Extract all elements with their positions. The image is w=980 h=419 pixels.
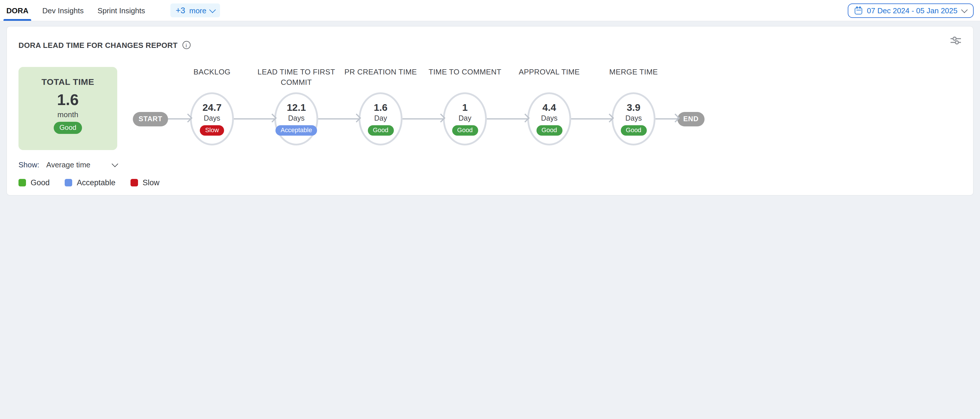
flow-connector-arrow (487, 118, 527, 119)
stage-status-badge: Good (368, 125, 393, 136)
stage-name: PR CREATION TIME (337, 67, 424, 88)
tab-sprint-insights[interactable]: Sprint Insights (98, 0, 145, 21)
stage-value: 4.4 (542, 102, 556, 114)
stage-unit: Days (541, 114, 558, 122)
show-dropdown[interactable]: Show: Average time (19, 160, 117, 169)
chevron-down-icon (961, 6, 968, 13)
tab-dev-insights[interactable]: Dev Insights (43, 0, 84, 21)
total-time-heading: TOTAL TIME (19, 77, 117, 87)
stage-unit: Days (204, 114, 220, 122)
flow-connector-arrow (655, 118, 678, 119)
chart-settings-button[interactable] (950, 35, 962, 48)
more-tabs-label: more (189, 6, 207, 15)
stage-unit: Day (458, 114, 471, 122)
stage-time-to-comment: TIME TO COMMENT 1 Day Good (443, 67, 487, 146)
flow-start-pill: START (133, 112, 168, 126)
stage-name: MERGE TIME (590, 67, 677, 88)
show-value: Average time (46, 160, 91, 169)
chevron-down-icon (112, 160, 118, 167)
tab-dora[interactable]: DORA (6, 0, 29, 21)
tab-bar: DORA Dev Insights Sprint Insights +3more (6, 0, 220, 21)
stage-pr-creation-time: PR CREATION TIME 1.6 Day Good (359, 67, 402, 146)
total-time-card: TOTAL TIME 1.6 month Good (19, 67, 117, 150)
stage-circle: 3.9 Days Good (612, 92, 655, 146)
more-tabs-count: +3 (175, 6, 185, 15)
status-legend: Good Acceptable Slow (19, 178, 961, 187)
stage-name: BACKLOG (169, 67, 255, 88)
chevron-down-icon (209, 6, 216, 13)
info-icon[interactable] (182, 41, 190, 49)
more-tabs-button[interactable]: +3more (170, 3, 220, 17)
stage-status-badge: Good (620, 125, 646, 136)
dashboard: DORA Dev Insights Sprint Insights +3more… (0, 0, 980, 210)
flow-end-pill: END (678, 112, 704, 126)
lead-time-body: TOTAL TIME 1.6 month Good Show: Average … (19, 60, 961, 169)
total-time-unit: month (19, 110, 117, 119)
flow-connector-arrow (402, 118, 443, 119)
stage-name: APPROVAL TIME (506, 67, 592, 88)
lead-time-title: DORA LEAD TIME FOR CHANGES REPORT (19, 41, 961, 50)
stage-approval-time: APPROVAL TIME 4.4 Days Good (527, 67, 571, 146)
stage-value: 12.1 (287, 102, 306, 114)
stage-unit: Day (374, 114, 387, 122)
stage-circle: 12.1 Days Acceptable (274, 92, 318, 146)
total-time-column: TOTAL TIME 1.6 month Good Show: Average … (19, 60, 126, 169)
stage-circle: 4.4 Days Good (527, 92, 571, 146)
sliders-icon (951, 37, 961, 45)
stage-lead-time-to-first-commit: LEAD TIME TO FIRST COMMIT 12.1 Days Acce… (274, 67, 318, 146)
flow-connector-arrow (571, 118, 612, 119)
flow-connector-arrow (318, 118, 359, 119)
stage-value: 1 (462, 102, 468, 114)
lead-time-card: DORA LEAD TIME FOR CHANGES REPORT TOTAL … (6, 26, 974, 196)
legend-swatch (130, 179, 138, 186)
legend-item-acceptable: Acceptable (65, 178, 116, 187)
stage-value: 1.6 (374, 102, 388, 114)
stage-value: 24.7 (202, 102, 221, 114)
stage-unit: Days (288, 114, 305, 122)
stage-status-badge: Good (452, 125, 478, 136)
show-label: Show: (19, 160, 39, 169)
stage-unit: Days (625, 114, 642, 122)
stage-status-badge: Good (536, 125, 562, 136)
total-time-status-badge: Good (54, 122, 82, 134)
date-range-value: 07 Dec 2024 - 05 Jan 2025 (867, 6, 958, 15)
stage-backlog: BACKLOG 24.7 Days Slow (190, 67, 234, 146)
stage-status-badge: Slow (200, 125, 224, 136)
lead-time-title-text: DORA LEAD TIME FOR CHANGES REPORT (19, 41, 178, 50)
total-time-value: 1.6 (19, 91, 117, 109)
stage-name: TIME TO COMMENT (422, 67, 508, 88)
flow-connector-arrow (234, 118, 274, 119)
top-bar: DORA Dev Insights Sprint Insights +3more… (0, 0, 980, 21)
stage-status-badge: Acceptable (275, 125, 317, 136)
date-range-picker[interactable]: 07 Dec 2024 - 05 Jan 2025 (848, 3, 974, 17)
stage-merge-time: MERGE TIME 3.9 Days Good (612, 67, 655, 146)
lead-time-flow: START BACKLOG 24.7 Days Slow LEAD TIME T… (133, 60, 704, 169)
legend-item-slow: Slow (130, 178, 160, 187)
stage-circle: 1.6 Day Good (359, 92, 402, 146)
stage-circle: 24.7 Days Slow (190, 92, 234, 146)
stage-name: LEAD TIME TO FIRST COMMIT (253, 67, 340, 88)
legend-item-good: Good (19, 178, 50, 187)
flow-connector-arrow (168, 118, 190, 119)
legend-swatch (19, 179, 26, 186)
stage-value: 3.9 (627, 102, 640, 114)
stage-circle: 1 Day Good (443, 92, 487, 146)
legend-swatch (65, 179, 72, 186)
calendar-icon (855, 8, 862, 14)
